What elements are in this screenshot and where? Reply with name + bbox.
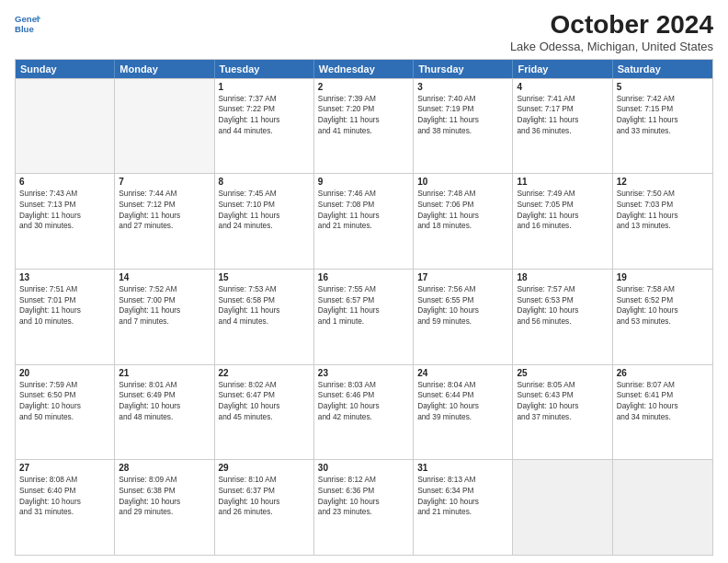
calendar-cell: 11Sunrise: 7:49 AMSunset: 7:05 PMDayligh… — [513, 174, 612, 269]
cell-line: Sunset: 6:44 PM — [417, 390, 508, 401]
cell-line: Sunrise: 7:37 AM — [219, 94, 310, 105]
cell-line: and 10 minutes. — [19, 316, 110, 327]
calendar-cell: 25Sunrise: 8:05 AMSunset: 6:43 PMDayligh… — [513, 365, 612, 460]
calendar-header-cell: Friday — [513, 60, 612, 78]
cell-line: Sunset: 6:37 PM — [219, 486, 310, 497]
cell-line: and 31 minutes. — [19, 507, 110, 518]
calendar-week: 20Sunrise: 7:59 AMSunset: 6:50 PMDayligh… — [16, 364, 712, 460]
cell-line: Sunset: 6:40 PM — [19, 486, 110, 497]
calendar-header-cell: Tuesday — [215, 60, 314, 78]
calendar-cell: 5Sunrise: 7:42 AMSunset: 7:15 PMDaylight… — [613, 79, 712, 174]
cell-line: Daylight: 10 hours — [517, 305, 608, 316]
cell-line: Daylight: 11 hours — [517, 211, 608, 222]
calendar-header-cell: Monday — [115, 60, 214, 78]
cell-line: Sunset: 6:43 PM — [517, 390, 608, 401]
cell-line: Daylight: 10 hours — [417, 497, 508, 508]
day-number: 16 — [318, 272, 409, 282]
cell-line: Sunrise: 8:09 AM — [119, 475, 210, 486]
calendar-cell: 30Sunrise: 8:12 AMSunset: 6:36 PMDayligh… — [314, 460, 414, 555]
calendar-cell: 12Sunrise: 7:50 AMSunset: 7:03 PMDayligh… — [613, 174, 712, 269]
cell-line: Sunrise: 7:48 AM — [417, 189, 508, 200]
cell-line: Daylight: 11 hours — [219, 211, 310, 222]
calendar-cell: 27Sunrise: 8:08 AMSunset: 6:40 PMDayligh… — [16, 460, 115, 555]
calendar-cell — [513, 460, 612, 555]
cell-line: Sunrise: 7:43 AM — [19, 189, 110, 200]
cell-line: Sunset: 6:52 PM — [617, 295, 709, 306]
cell-line: Daylight: 10 hours — [119, 497, 210, 508]
calendar-cell: 28Sunrise: 8:09 AMSunset: 6:38 PMDayligh… — [115, 460, 214, 555]
day-number: 11 — [517, 177, 608, 187]
calendar-cell: 4Sunrise: 7:41 AMSunset: 7:17 PMDaylight… — [513, 79, 612, 174]
calendar-header-cell: Wednesday — [314, 60, 414, 78]
cell-line: Sunset: 7:15 PM — [617, 104, 709, 115]
cell-line: and 42 minutes. — [318, 412, 409, 423]
day-number: 18 — [517, 272, 608, 282]
cell-line: Sunrise: 7:59 AM — [19, 380, 110, 391]
calendar-week: 1Sunrise: 7:37 AMSunset: 7:22 PMDaylight… — [16, 78, 712, 174]
day-number: 30 — [318, 463, 409, 473]
cell-line: and 7 minutes. — [119, 316, 210, 327]
day-number: 2 — [318, 82, 409, 92]
calendar-cell: 7Sunrise: 7:44 AMSunset: 7:12 PMDaylight… — [115, 174, 214, 269]
cell-line: and 16 minutes. — [517, 221, 608, 232]
cell-line: Daylight: 10 hours — [219, 497, 310, 508]
cell-line: and 36 minutes. — [517, 126, 608, 137]
cell-line: Sunrise: 7:56 AM — [417, 284, 508, 295]
cell-line: and 33 minutes. — [617, 126, 709, 137]
cell-line: and 23 minutes. — [318, 507, 409, 518]
calendar-cell — [115, 79, 214, 174]
cell-line: Daylight: 11 hours — [318, 305, 409, 316]
calendar-cell: 26Sunrise: 8:07 AMSunset: 6:41 PMDayligh… — [613, 365, 712, 460]
cell-line: Daylight: 11 hours — [119, 305, 210, 316]
cell-line: and 41 minutes. — [318, 126, 409, 137]
cell-line: and 24 minutes. — [219, 221, 310, 232]
cell-line: Sunrise: 7:45 AM — [219, 189, 310, 200]
calendar-cell: 21Sunrise: 8:01 AMSunset: 6:49 PMDayligh… — [115, 365, 214, 460]
cell-line: Daylight: 10 hours — [417, 401, 508, 412]
cell-line: Daylight: 11 hours — [318, 211, 409, 222]
cell-line: and 48 minutes. — [119, 412, 210, 423]
cell-line: Daylight: 11 hours — [417, 211, 508, 222]
cell-line: Sunrise: 7:52 AM — [119, 284, 210, 295]
cell-line: Daylight: 10 hours — [19, 401, 110, 412]
cell-line: Daylight: 10 hours — [417, 305, 508, 316]
cell-line: Daylight: 10 hours — [517, 401, 608, 412]
cell-line: Sunrise: 8:05 AM — [517, 380, 608, 391]
cell-line: Daylight: 11 hours — [617, 115, 709, 126]
cell-line: Sunset: 7:00 PM — [119, 295, 210, 306]
cell-line: Daylight: 10 hours — [318, 497, 409, 508]
day-number: 14 — [119, 272, 210, 282]
calendar-header: SundayMondayTuesdayWednesdayThursdayFrid… — [16, 60, 712, 78]
cell-line: and 18 minutes. — [417, 221, 508, 232]
logo: General Blue — [15, 11, 40, 37]
cell-line: Sunrise: 7:40 AM — [417, 94, 508, 105]
cell-line: Sunrise: 7:46 AM — [318, 189, 409, 200]
cell-line: and 1 minute. — [318, 316, 409, 327]
day-number: 31 — [417, 463, 508, 473]
cell-line: Daylight: 10 hours — [219, 401, 310, 412]
cell-line: Sunrise: 8:07 AM — [617, 380, 709, 391]
cell-line: Sunrise: 8:01 AM — [119, 380, 210, 391]
calendar-cell: 22Sunrise: 8:02 AMSunset: 6:47 PMDayligh… — [215, 365, 314, 460]
cell-line: Sunset: 6:41 PM — [617, 390, 709, 401]
cell-line: Sunset: 7:17 PM — [517, 104, 608, 115]
cell-line: Sunset: 6:49 PM — [119, 390, 210, 401]
svg-text:Blue: Blue — [15, 24, 34, 34]
cell-line: Sunrise: 8:08 AM — [19, 475, 110, 486]
cell-line: Daylight: 10 hours — [119, 401, 210, 412]
day-number: 20 — [19, 368, 110, 378]
day-number: 3 — [417, 82, 508, 92]
cell-line: Sunrise: 8:12 AM — [318, 475, 409, 486]
cell-line: Sunset: 7:06 PM — [417, 200, 508, 211]
calendar-cell — [16, 79, 115, 174]
cell-line: Sunset: 7:13 PM — [19, 200, 110, 211]
day-number: 26 — [617, 368, 709, 378]
calendar-cell: 23Sunrise: 8:03 AMSunset: 6:46 PMDayligh… — [314, 365, 414, 460]
calendar-header-cell: Saturday — [613, 60, 712, 78]
day-number: 6 — [19, 177, 110, 187]
cell-line: and 34 minutes. — [617, 412, 709, 423]
calendar-cell: 1Sunrise: 7:37 AMSunset: 7:22 PMDaylight… — [215, 79, 314, 174]
cell-line: Sunset: 6:34 PM — [417, 486, 508, 497]
calendar-cell: 9Sunrise: 7:46 AMSunset: 7:08 PMDaylight… — [314, 174, 414, 269]
cell-line: and 29 minutes. — [119, 507, 210, 518]
